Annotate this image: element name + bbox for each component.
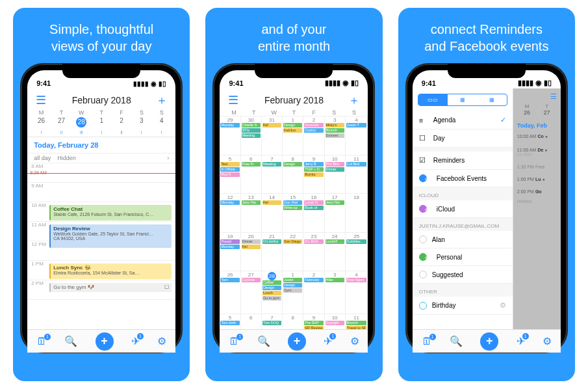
now-indicator: 8:29 AM <box>30 170 47 175</box>
day-schedule[interactable]: 8 AM 8:29 AM 9 AM 10 AM 11 AM 12 PM 1 PM… <box>27 163 175 353</box>
drawer-item-day[interactable]: ☐ Day <box>413 129 513 148</box>
event-coffee-chat[interactable]: Coffee Chat Stable Cafe, 2128 Folsom St,… <box>49 205 172 221</box>
tab-share-icon[interactable]: ✈︎1 <box>324 335 332 347</box>
weekday-row: MTWTFSS <box>27 109 175 116</box>
caption: connect Remindersand Facebook events <box>419 8 554 64</box>
month-title[interactable]: February 2018 <box>264 95 324 105</box>
app-screenshot-panel-drawer: connect Remindersand Facebook events 9:4… <box>398 8 575 381</box>
tab-search-icon[interactable]: 🔍 <box>64 335 77 347</box>
wifi-icon: ◉ <box>151 80 157 87</box>
phone-notch <box>62 64 140 78</box>
drawer-item-alan[interactable]: Alan <box>413 231 513 248</box>
phone-notch <box>448 64 526 78</box>
add-event-button[interactable]: ＋ <box>156 92 168 108</box>
allday-row[interactable]: all day Hidden › <box>27 153 175 163</box>
tab-search-icon[interactable]: 🔍 <box>257 335 270 347</box>
today-marker: 28 <box>76 117 86 127</box>
tab-calendar-icon[interactable]: 🗓1 <box>229 336 239 347</box>
tab-settings-icon[interactable]: ⚙︎ <box>157 335 166 347</box>
tab-search-icon[interactable]: 🔍 <box>450 335 463 347</box>
wifi-icon: ◉ <box>535 79 542 87</box>
status-time: 9:41 <box>422 79 436 87</box>
checkbox-icon: ☑︎ <box>419 156 428 165</box>
view-list-icon[interactable]: ☰ <box>35 93 47 107</box>
circle-icon <box>419 271 427 278</box>
month-grid[interactable]: 29Monday 30Charlie SST/sMeeting 31Kel 1D… <box>220 116 368 353</box>
weekday-row: MTWTFSS <box>220 109 368 116</box>
view-list-icon[interactable]: ☰ <box>227 93 239 107</box>
battery-icon: ▮▯ <box>159 80 166 87</box>
drawer-item-suggested[interactable]: Suggested <box>413 266 513 284</box>
section-other: OTHER <box>413 284 513 297</box>
segment-grid-icon: ▦ <box>448 94 477 105</box>
today-marker: 28 <box>268 272 276 280</box>
tab-bar: 🗓1 🔍 + ✈︎1 ⚙︎ <box>220 329 368 353</box>
app-screenshot-panel-day: Simple, thoughtfulviews of your day 9:41… <box>13 8 190 381</box>
tab-calendar-icon[interactable]: 🗓1 <box>36 336 47 347</box>
circle-icon <box>419 235 427 243</box>
battery-icon: ▮▯ <box>544 79 552 87</box>
daynum-row[interactable]: 2627281234 <box>27 116 175 130</box>
drawer-item-agenda[interactable]: ≡ Agenda ✓ <box>413 111 513 129</box>
tab-share-icon[interactable]: ✈︎1 <box>517 335 525 347</box>
tab-settings-icon[interactable]: ⚙︎ <box>350 335 359 347</box>
event-lunch-sync[interactable]: Lunch Sync 🐝 Elmira Rosticceria, 154 McA… <box>49 263 172 279</box>
drawer-scrim[interactable]: ☰ M T 26 27 Today, Feb 10:00 AM Co ● 11:… <box>513 88 561 353</box>
event-design-review[interactable]: Design Review WeWork Golden Gate, 25 Tay… <box>49 224 172 248</box>
section-account: JUSTIN.J.KRAUSE@GMAIL.COM <box>413 218 513 231</box>
drawer-item-personal[interactable]: ✓ Personal <box>413 248 513 266</box>
day-icon: ☐ <box>419 134 428 142</box>
view-segmented-control[interactable]: ▭▭ ▦ ▦ <box>418 94 507 106</box>
signal-icon: ▮▮▮▮ <box>325 79 340 87</box>
day-activity-dots: ||||||||||| <box>27 130 175 137</box>
signal-icon: ▮▮▮▮ <box>133 80 149 87</box>
tab-settings-icon[interactable]: ⚙︎ <box>543 335 552 347</box>
drawer-item-birthday[interactable]: Birthday ⚙︎ <box>413 297 513 315</box>
drawer-item-reminders[interactable]: ☑︎ Reminders <box>413 152 513 170</box>
drawer-item-icloud[interactable]: ✓ iCloud <box>413 200 513 218</box>
background-content: ☰ M T 26 27 Today, Feb 10:00 AM Co ● 11:… <box>513 88 561 353</box>
list-icon: ≡ <box>419 116 428 124</box>
tab-bar: 🗓1 🔍 + ✈︎1 ⚙︎ <box>27 329 175 353</box>
add-event-button[interactable]: ＋ <box>348 92 360 108</box>
drawer-overlay: ▭▭ ▦ ▦ ≡ Agenda ✓ ☐ Day ☑︎ <box>413 88 561 353</box>
wifi-icon: ◉ <box>342 79 349 87</box>
month-title[interactable]: February 2018 <box>72 95 131 105</box>
phone-screen: 9:41 ▮▮▮▮ ◉ ▮▯ ☰ February 2018 ＋ MTWTFSS… <box>27 70 175 353</box>
caption: and of yourentire month <box>253 8 335 64</box>
phone-screen: 9:41 ▮▮▮▮ ◉ ▮▯ ☰ February 2018 ＋ MTWTFSS… <box>220 70 368 353</box>
phone-frame: 9:41 ▮▮▮▮ ◉ ▮▯ ▭▭ ▦ ▦ ≡ Agenda <box>406 64 567 353</box>
segment-grid2-icon: ▦ <box>478 94 507 105</box>
fab-add-button[interactable]: + <box>480 332 498 351</box>
event-gym[interactable]: Go to the gym 🐶 ☐ <box>49 283 172 292</box>
tab-share-icon[interactable]: ✈︎1 <box>131 335 140 347</box>
phone-frame: 9:41 ▮▮▮▮ ◉ ▮▯ ☰ February 2018 ＋ MTWTFSS… <box>213 64 374 353</box>
phone-frame: 9:41 ▮▮▮▮ ◉ ▮▯ ☰ February 2018 ＋ MTWTFSS… <box>21 64 182 353</box>
calendar-header: ☰ February 2018 ＋ <box>220 88 368 109</box>
phone-notch <box>255 64 333 78</box>
fab-add-button[interactable]: + <box>96 332 114 351</box>
status-time: 9:41 <box>36 79 51 87</box>
gear-icon: ⚙︎ <box>500 301 506 310</box>
app-screenshot-panel-month: and of yourentire month 9:41 ▮▮▮▮ ◉ ▮▯ ☰… <box>205 8 382 381</box>
tab-calendar-icon[interactable]: 🗓1 <box>422 336 432 347</box>
section-icloud: ICLOUD <box>413 187 513 200</box>
calendar-header: ☰ February 2018 ＋ <box>27 88 175 109</box>
settings-drawer: ▭▭ ▦ ▦ ≡ Agenda ✓ ☐ Day ☑︎ <box>413 88 513 353</box>
phone-screen: 9:41 ▮▮▮▮ ◉ ▮▯ ▭▭ ▦ ▦ ≡ Agenda <box>413 70 561 353</box>
status-time: 9:41 <box>229 79 243 87</box>
tab-bar: 🗓1 🔍 + ✈︎1 ⚙︎ <box>413 329 561 353</box>
signal-icon: ▮▮▮▮ <box>518 79 533 87</box>
fab-add-button[interactable]: + <box>288 332 306 351</box>
today-heading: Today, February 28 <box>27 137 175 153</box>
battery-icon: ▮▯ <box>351 79 359 87</box>
checkmark-icon: ✓ <box>500 116 506 124</box>
chevron-right-icon: › <box>167 155 169 161</box>
segment-agenda-icon: ▭▭ <box>418 94 448 105</box>
caption: Simple, thoughtfulviews of your day <box>44 8 159 64</box>
drawer-item-facebook[interactable]: ✓ Facebook Events <box>413 170 513 187</box>
